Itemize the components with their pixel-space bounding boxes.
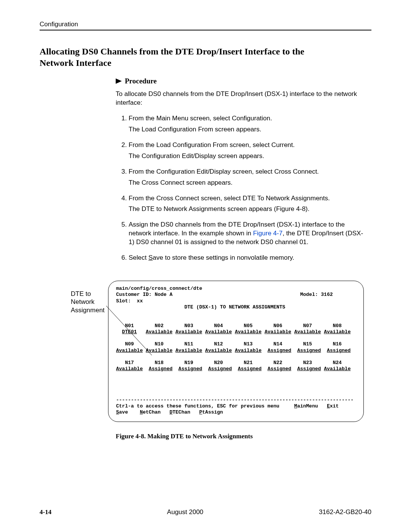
- step-5: Assign the DS0 channels from the DTE Dro…: [129, 220, 367, 247]
- step-sub: The Configuration Edit/Display screen ap…: [129, 152, 367, 161]
- right-triangle-icon: [116, 78, 122, 84]
- terminal-figure: DTE to Network Assignment main/config/cr…: [40, 281, 371, 422]
- mnemonic-underline: S: [148, 254, 153, 261]
- procedure-label: Procedure: [125, 77, 157, 85]
- section-title: Allocating DS0 Channels from the DTE Dro…: [40, 46, 314, 69]
- step-2: From the Load Configuration From screen,…: [129, 141, 367, 161]
- header-rule: [40, 30, 371, 30]
- document-number: 3162-A2-GB20-40: [319, 508, 371, 516]
- figure-xref[interactable]: Figure 4-7: [253, 230, 282, 237]
- running-head: Configuration: [40, 21, 371, 28]
- step-text: From the Main Menu screen, select Config…: [129, 115, 272, 122]
- step-sub: The Load Configuration From screen appea…: [129, 125, 367, 134]
- step-text: From the Cross Connect screen, select DT…: [129, 195, 330, 202]
- procedure-intro: To allocate DS0 channels from the DTE Dr…: [116, 90, 367, 107]
- footer-date: August 2000: [167, 508, 203, 516]
- step-3: From the Configuration Edit/Display scre…: [129, 168, 367, 187]
- terminal-screen: main/config/cross_connect/dte Customer I…: [108, 281, 364, 422]
- step-sub: The Cross Connect screen appears.: [129, 179, 367, 187]
- figure-side-label: DTE to Network Assignment: [71, 290, 113, 314]
- step-6: Select Save to store these settings in n…: [129, 254, 367, 262]
- figure-caption: Figure 4-8. Making DTE to Network Assign…: [116, 433, 371, 440]
- step-text-after: to store these settings in nonvolatile m…: [163, 254, 295, 261]
- procedure-heading: Procedure: [116, 77, 367, 85]
- step-text: From the Configuration Edit/Display scre…: [129, 168, 319, 175]
- page: Configuration Allocating DS0 Channels fr…: [0, 0, 411, 532]
- svg-marker-0: [116, 78, 122, 84]
- step-sub: The DTE to Network Assignments screen ap…: [129, 205, 367, 214]
- step-text: Select: [129, 254, 148, 261]
- procedure-steps: From the Main Menu screen, select Config…: [116, 114, 367, 262]
- step-4: From the Cross Connect screen, select DT…: [129, 194, 367, 214]
- step-text: From the Load Configuration From screen,…: [129, 141, 295, 149]
- page-number: 4-14: [40, 508, 51, 516]
- mnemonic-rest: ave: [153, 254, 163, 261]
- page-footer: 4-14 August 2000 3162-A2-GB20-40: [40, 508, 371, 516]
- step-1: From the Main Menu screen, select Config…: [129, 114, 367, 134]
- procedure-block: Procedure To allocate DS0 channels from …: [116, 77, 367, 262]
